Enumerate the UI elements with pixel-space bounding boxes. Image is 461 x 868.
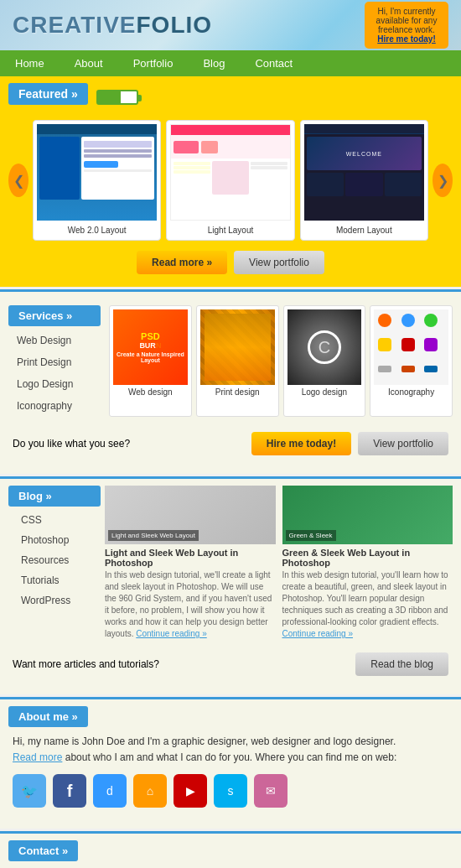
blog-item-tutorials[interactable]: Tutorials	[8, 570, 101, 590]
services-item-logodesign[interactable]: Logo Design	[0, 373, 101, 395]
logo-inner-icon: C	[308, 330, 341, 364]
service-label-logo: Logo design	[287, 387, 362, 397]
social-youtube[interactable]: ▶	[174, 774, 207, 808]
social-skype[interactable]: s	[214, 774, 247, 808]
carousel-label-light: Light Layout	[170, 224, 290, 236]
nav-blog[interactable]: Blog	[188, 50, 240, 76]
social-twitter[interactable]: 🐦	[13, 774, 46, 808]
featured-section: Featured » ❮	[0, 76, 461, 287]
blog-read-more-2[interactable]: Continue reading »	[282, 629, 354, 638]
about-header: About me »	[8, 706, 88, 727]
web20-preview	[37, 124, 157, 221]
read-more-button[interactable]: Read more »	[137, 251, 227, 274]
blog-excerpt-2: In this web design tutorial, you'll lear…	[282, 569, 453, 640]
services-item-iconography[interactable]: Iconography	[0, 395, 101, 417]
blog-thumb-1[interactable]: Light and Sleek Web Layout	[105, 486, 276, 544]
services-item-printdesign[interactable]: Print Design	[0, 351, 101, 373]
blog-section: Blog » CSS Photoshop Resources Tutorials…	[0, 476, 461, 694]
social-rss[interactable]: ⌂	[133, 774, 167, 808]
services-header: Services »	[8, 305, 101, 326]
service-label-icons: Iconography	[374, 387, 448, 397]
light-preview	[170, 124, 290, 221]
social-facebook[interactable]: f	[53, 774, 86, 808]
hire-me-button[interactable]: Hire me today!	[251, 432, 351, 455]
blog-post-1: Light and Sleek Web Layout Light and Sle…	[105, 486, 276, 640]
blog-more-text: Want more articles and tutorials?	[13, 658, 159, 670]
service-card-web[interactable]: PSDBURNCreate a Nature Inspired Layout W…	[109, 305, 192, 417]
service-img-web: PSDBURNCreate a Nature Inspired Layout	[113, 309, 188, 385]
service-img-logo: C	[287, 309, 362, 385]
blog-title-1: Light and Sleek Web Layout in Photoshop	[105, 548, 276, 568]
blog-more-row: Want more articles and tutorials? Read t…	[0, 644, 461, 684]
service-label-web: Web design	[113, 387, 188, 397]
blog-item-photoshop[interactable]: Photoshop	[8, 530, 101, 550]
services-section: Services » Web Design Print Design Logo …	[0, 289, 461, 474]
service-card-icons[interactable]: Iconography	[370, 305, 453, 417]
blog-post-2: Green & Sleek Green & Sleek Web Layout i…	[282, 486, 453, 640]
service-card-logo[interactable]: C Logo design	[283, 305, 366, 417]
social-misc[interactable]: ✉	[254, 774, 287, 808]
blog-layout: Blog » CSS Photoshop Resources Tutorials…	[0, 479, 461, 640]
carousel-item-web20[interactable]: Web 2.0 Layout	[33, 120, 161, 241]
battery-indicator	[96, 90, 138, 105]
blog-left: Blog » CSS Photoshop Resources Tutorials…	[0, 479, 101, 640]
contact-header: Contact »	[8, 840, 78, 861]
blog-item-resources[interactable]: Resources	[8, 550, 101, 570]
blog-header: Blog »	[8, 486, 101, 507]
carousel-item-modern[interactable]: WELCOME Modern Layout	[300, 120, 428, 241]
blog-item-css[interactable]: CSS	[8, 510, 101, 530]
nav-about[interactable]: About	[60, 50, 118, 76]
featured-header: Featured »	[8, 83, 88, 105]
carousel-label-web20: Web 2.0 Layout	[37, 224, 157, 236]
blog-thumb-2[interactable]: Green & Sleek	[282, 486, 453, 544]
blog-thumb-label-2: Green & Sleek	[286, 530, 336, 541]
hire-text: Hi, I'm currently available for any free…	[376, 7, 438, 34]
hire-row: Do you like what you see? Hire me today!…	[0, 424, 461, 464]
hire-box: Hi, I'm currently available for any free…	[365, 2, 448, 49]
modern-preview: WELCOME	[304, 124, 424, 221]
hire-question: Do you like what you see?	[13, 438, 130, 450]
header: CREATIVEFOLIO Hi, I'm currently availabl…	[0, 0, 461, 50]
logo: CREATIVEFOLIO	[13, 12, 212, 39]
blog-content: Light and Sleek Web Layout Light and Sle…	[101, 479, 461, 640]
hire-link[interactable]: Hire me today!	[377, 34, 435, 44]
services-portfolio-button[interactable]: View portfolio	[358, 432, 448, 455]
carousel-item-light[interactable]: Light Layout	[166, 120, 294, 241]
social-delicious[interactable]: d	[93, 774, 127, 808]
service-card-print[interactable]: Print design	[196, 305, 279, 417]
featured-buttons: Read more » View portfolio	[8, 251, 453, 274]
main-nav: Home About Portfolio Blog Contact	[0, 50, 461, 76]
social-row: 🐦 f d ⌂ ▶ s ✉	[0, 766, 461, 816]
nav-home[interactable]: Home	[0, 50, 60, 76]
carousel-label-modern: Modern Layout	[304, 224, 424, 236]
carousel-prev[interactable]: ❮	[8, 164, 28, 197]
about-section: About me » Hi, my name is John Doe and I…	[0, 697, 461, 829]
services-gallery: PSDBURNCreate a Nature Inspired Layout W…	[101, 299, 461, 417]
logo-creative: CREATIVE	[13, 12, 137, 38]
view-portfolio-button[interactable]: View portfolio	[234, 251, 324, 274]
blog-read-more-1[interactable]: Continue reading »	[136, 629, 207, 638]
service-img-print	[200, 309, 275, 385]
read-blog-button[interactable]: Read the blog	[355, 652, 448, 676]
nav-portfolio[interactable]: Portfolio	[118, 50, 189, 76]
nav-contact[interactable]: Contact	[240, 50, 308, 76]
service-label-print: Print design	[200, 387, 275, 397]
contact-section: Contact » SEND	[0, 831, 461, 868]
blog-posts: Light and Sleek Web Layout Light and Sle…	[105, 486, 453, 640]
carousel-next[interactable]: ❯	[433, 164, 453, 197]
about-text: Hi, my name is John Doe and I'm a graphi…	[0, 734, 461, 766]
blog-title-2: Green & Sleek Web Layout in Photoshop	[282, 548, 453, 568]
carousel-items: Web 2.0 Layout	[28, 120, 433, 241]
services-left: Services » Web Design Print Design Logo …	[0, 299, 101, 417]
about-read-more[interactable]: Read more	[13, 751, 62, 763]
service-img-icons	[374, 309, 448, 385]
blog-item-wordpress[interactable]: WordPress	[8, 590, 101, 611]
blog-thumb-label-1: Light and Sleek Web Layout	[108, 530, 199, 541]
services-item-webdesign[interactable]: Web Design	[0, 330, 101, 351]
blog-excerpt-1: In this web design tutorial, we'll creat…	[105, 569, 276, 640]
hire-buttons: Hire me today! View portfolio	[251, 432, 448, 455]
featured-carousel: ❮ Web 2.	[8, 120, 453, 241]
logo-folio: FOLIO	[137, 12, 213, 38]
